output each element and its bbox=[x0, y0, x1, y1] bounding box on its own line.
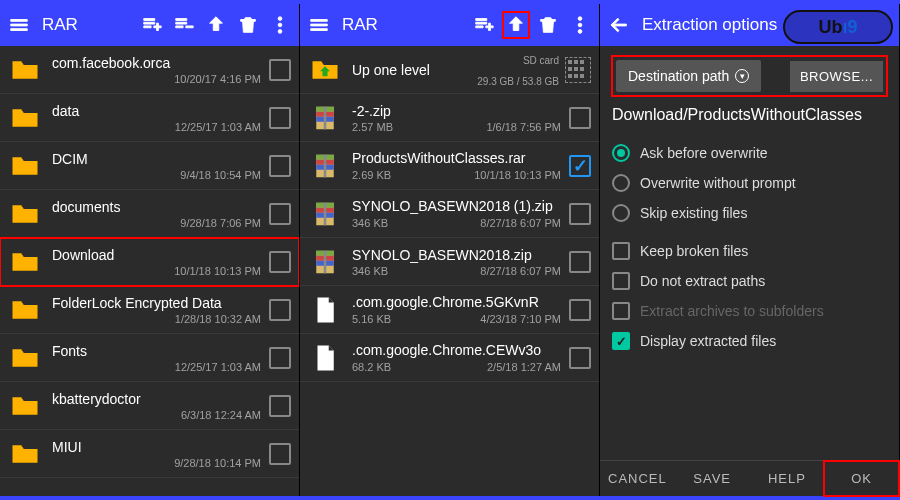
sort-add-icon[interactable] bbox=[471, 12, 497, 38]
menu-icon[interactable] bbox=[6, 12, 32, 38]
file-name: .com.google.Chrome.5GKvnR bbox=[352, 294, 561, 311]
select-checkbox[interactable] bbox=[569, 299, 591, 321]
folder-name: com.facebook.orca bbox=[52, 55, 261, 71]
folder-row[interactable]: Fonts 12/25/17 1:03 AM bbox=[0, 334, 299, 382]
folder-date: 12/25/17 1:03 AM bbox=[175, 121, 261, 133]
folder-icon bbox=[8, 103, 42, 133]
overwrite-option[interactable]: Skip existing files bbox=[612, 198, 887, 228]
file-size: 346 KB bbox=[352, 217, 388, 229]
sort-remove-icon[interactable] bbox=[171, 12, 197, 38]
file-row[interactable]: .com.google.Chrome.5GKvnR 5.16 KB4/23/18… bbox=[300, 286, 599, 334]
archive-icon bbox=[308, 199, 342, 229]
folder-name: data bbox=[52, 103, 261, 119]
folder-icon bbox=[8, 295, 42, 325]
destination-path-dropdown[interactable]: Destination path ▾ bbox=[616, 60, 761, 92]
folder-icon bbox=[8, 343, 42, 373]
more-icon[interactable] bbox=[567, 12, 593, 38]
file-size: 5.16 KB bbox=[352, 313, 391, 325]
select-checkbox[interactable] bbox=[569, 155, 591, 177]
file-date: 8/27/18 6:07 PM bbox=[480, 217, 561, 229]
grid-view-icon[interactable] bbox=[565, 57, 591, 83]
folder-icon bbox=[8, 391, 42, 421]
up-one-level-row[interactable]: Up one level SD card 29.3 GB / 53.8 GB bbox=[300, 46, 599, 94]
screen-title: Extraction options bbox=[642, 15, 777, 35]
cancel-button[interactable]: CANCEL bbox=[600, 461, 675, 496]
extract-option[interactable]: Do not extract paths bbox=[612, 266, 887, 296]
checkbox-label: Display extracted files bbox=[640, 333, 776, 349]
file-name: ProductsWithoutClasses.rar bbox=[352, 150, 561, 167]
checkbox-label: Extract archives to subfolders bbox=[640, 303, 824, 319]
delete-icon[interactable] bbox=[235, 12, 261, 38]
select-checkbox[interactable] bbox=[269, 203, 291, 225]
checkbox-icon bbox=[612, 272, 630, 290]
browse-button[interactable]: BROWSE... bbox=[790, 61, 883, 92]
file-size: 346 KB bbox=[352, 265, 388, 277]
folder-name: MIUI bbox=[52, 439, 261, 455]
folder-name: documents bbox=[52, 199, 261, 215]
folder-name: Download bbox=[52, 247, 261, 263]
folder-row[interactable]: DCIM 9/4/18 10:54 PM bbox=[0, 142, 299, 190]
extract-up-icon[interactable] bbox=[503, 12, 529, 38]
select-checkbox[interactable] bbox=[269, 59, 291, 81]
file-row[interactable]: -2-.zip 2.57 MB1/6/18 7:56 PM bbox=[300, 94, 599, 142]
file-row[interactable]: SYNOLO_BASEWN2018 (1).zip 346 KB8/27/18 … bbox=[300, 190, 599, 238]
back-icon[interactable] bbox=[606, 12, 632, 38]
select-checkbox[interactable] bbox=[269, 251, 291, 273]
select-checkbox[interactable] bbox=[269, 299, 291, 321]
extract-option[interactable]: Keep broken files bbox=[612, 236, 887, 266]
checkbox-label: Do not extract paths bbox=[640, 273, 765, 289]
select-checkbox[interactable] bbox=[269, 155, 291, 177]
overwrite-option[interactable]: Overwrite without prompt bbox=[612, 168, 887, 198]
save-button[interactable]: SAVE bbox=[675, 461, 750, 496]
folder-name: Fonts bbox=[52, 343, 261, 359]
folder-row[interactable]: FolderLock Encrypted Data 1/28/18 10:32 … bbox=[0, 286, 299, 334]
file-browser-panel-2: RAR Up one level SD card 29.3 GB / 53.8 … bbox=[300, 4, 600, 496]
folder-row[interactable]: MIUI 9/28/18 10:14 PM bbox=[0, 430, 299, 478]
storage-space: 29.3 GB / 53.8 GB bbox=[477, 76, 559, 87]
file-size: 2.69 KB bbox=[352, 169, 391, 181]
select-checkbox[interactable] bbox=[269, 395, 291, 417]
extract-option[interactable]: Display extracted files bbox=[612, 326, 887, 356]
menu-icon[interactable] bbox=[306, 12, 332, 38]
help-button[interactable]: HELP bbox=[750, 461, 825, 496]
file-date: 8/27/18 6:07 PM bbox=[480, 265, 561, 277]
folder-row[interactable]: Download 10/1/18 10:13 PM bbox=[0, 238, 299, 286]
file-list[interactable]: Up one level SD card 29.3 GB / 53.8 GB -… bbox=[300, 46, 599, 496]
file-row[interactable]: ProductsWithoutClasses.rar 2.69 KB10/1/1… bbox=[300, 142, 599, 190]
folder-row[interactable]: kbatterydoctor 6/3/18 12:24 AM bbox=[0, 382, 299, 430]
file-list[interactable]: com.facebook.orca 10/20/17 4:16 PM data … bbox=[0, 46, 299, 496]
archive-icon bbox=[308, 103, 342, 133]
archive-icon bbox=[308, 247, 342, 277]
extract-up-icon[interactable] bbox=[203, 12, 229, 38]
delete-icon[interactable] bbox=[535, 12, 561, 38]
folder-date: 9/4/18 10:54 PM bbox=[180, 169, 261, 181]
file-row[interactable]: SYNOLO_BASEWN2018.zip 346 KB8/27/18 6:07… bbox=[300, 238, 599, 286]
file-date: 10/1/18 10:13 PM bbox=[474, 169, 561, 181]
checkbox-icon bbox=[612, 332, 630, 350]
select-checkbox[interactable] bbox=[569, 251, 591, 273]
folder-up-icon bbox=[308, 55, 342, 85]
sort-add-icon[interactable] bbox=[139, 12, 165, 38]
dialog-footer: CANCEL SAVE HELP OK bbox=[600, 460, 899, 496]
file-row[interactable]: .com.google.Chrome.CEWv3o 68.2 KB2/5/18 … bbox=[300, 334, 599, 382]
folder-row[interactable]: data 12/25/17 1:03 AM bbox=[0, 94, 299, 142]
select-checkbox[interactable] bbox=[569, 347, 591, 369]
folder-row[interactable]: documents 9/28/18 7:06 PM bbox=[0, 190, 299, 238]
select-checkbox[interactable] bbox=[569, 107, 591, 129]
file-name: SYNOLO_BASEWN2018 (1).zip bbox=[352, 198, 561, 215]
radio-label: Ask before overwrite bbox=[640, 145, 768, 161]
folder-date: 9/28/18 10:14 PM bbox=[174, 457, 261, 469]
folder-row[interactable]: com.facebook.orca 10/20/17 4:16 PM bbox=[0, 46, 299, 94]
file-name: -2-.zip bbox=[352, 103, 561, 119]
toolbar: RAR bbox=[0, 4, 299, 46]
ok-button[interactable]: OK bbox=[824, 461, 899, 496]
more-icon[interactable] bbox=[267, 12, 293, 38]
select-checkbox[interactable] bbox=[269, 443, 291, 465]
select-checkbox[interactable] bbox=[269, 107, 291, 129]
overwrite-option[interactable]: Ask before overwrite bbox=[612, 138, 887, 168]
select-checkbox[interactable] bbox=[269, 347, 291, 369]
select-checkbox[interactable] bbox=[569, 203, 591, 225]
file-icon bbox=[308, 295, 342, 325]
folder-name: FolderLock Encrypted Data bbox=[52, 295, 261, 311]
destination-row: Destination path ▾ BROWSE... bbox=[612, 56, 887, 96]
